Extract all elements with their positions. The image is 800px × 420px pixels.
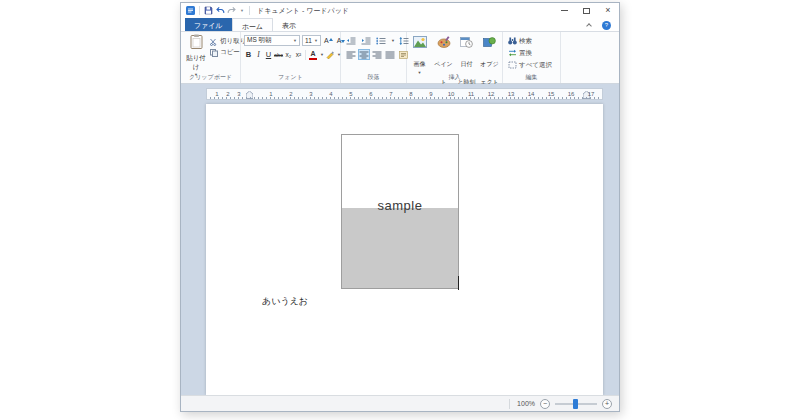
replace-button[interactable]: 置換 [508, 47, 552, 59]
insert-picture-button[interactable]: 画像 ▼ [408, 34, 431, 75]
ruler-tick [214, 97, 215, 99]
ruler-number: 10 [448, 91, 455, 97]
ruler-tick [250, 97, 251, 99]
clipboard-group-label: クリップボード [181, 73, 240, 82]
insert-group-label: 挿入 [407, 73, 502, 82]
image-gray-region [342, 208, 458, 288]
align-right-button[interactable] [371, 49, 383, 60]
save-icon [204, 6, 213, 15]
ruler-number: 3 [237, 91, 240, 97]
list-button[interactable] [375, 35, 387, 46]
ruler-tick [518, 97, 519, 99]
undo-icon [215, 6, 225, 15]
redo-button[interactable] [227, 6, 237, 15]
ruler[interactable]: 1231234567891011121314151617 [206, 88, 603, 100]
help-button[interactable]: ? [602, 21, 611, 30]
zoom-in-button[interactable]: + [602, 399, 612, 409]
chevron-down-icon[interactable]: ▼ [391, 38, 395, 43]
save-button[interactable] [204, 6, 213, 15]
ruler-number: 5 [349, 91, 352, 97]
italic-button[interactable]: I [254, 49, 263, 60]
bold-button[interactable]: B [244, 49, 253, 60]
separator [305, 50, 306, 60]
copy-label: コピー [220, 48, 240, 57]
font-size-combo[interactable]: 11 ▼ [302, 35, 321, 46]
ruler-tick [430, 97, 431, 99]
minimize-icon [561, 10, 568, 11]
close-button[interactable]: × [597, 3, 619, 18]
undo-button[interactable] [215, 6, 225, 15]
decrease-indent-button[interactable] [345, 35, 357, 46]
ruler-tick [450, 97, 451, 99]
ruler-tick [594, 97, 595, 99]
replace-icon [508, 49, 517, 57]
ruler-tick [570, 97, 571, 99]
document-text[interactable]: あいうえお [262, 295, 308, 308]
status-bar: 100% − + [181, 395, 619, 411]
find-label: 検索 [519, 37, 532, 46]
ruler-tick [534, 97, 535, 99]
superscript-button[interactable]: x² [294, 49, 303, 60]
ruler-tick [346, 97, 347, 99]
font-color-button[interactable]: A [308, 50, 318, 60]
maximize-button[interactable] [575, 3, 597, 18]
document-area: 1231234567891011121314151617 sample あいうえ… [181, 84, 619, 395]
zoom-slider-thumb[interactable] [573, 399, 578, 409]
ruler-number: 2 [289, 91, 292, 97]
align-center-button[interactable] [358, 49, 370, 60]
align-left-button[interactable] [345, 49, 357, 60]
indent-icon [361, 37, 371, 45]
find-button[interactable]: 検索 [508, 35, 552, 47]
ruler-tick [558, 97, 559, 99]
tab-home[interactable]: ホーム [232, 18, 273, 31]
justify-button[interactable] [384, 49, 396, 60]
ribbon-collapse-button[interactable] [585, 22, 593, 30]
ruler-tick [426, 97, 427, 99]
ruler-number: 9 [429, 91, 432, 97]
subscript-button[interactable]: x₂ [284, 49, 293, 60]
ruler-tick [402, 97, 403, 99]
grow-font-button[interactable]: A [323, 37, 334, 44]
ruler-tick [438, 97, 439, 99]
paste-label: 貼り付け [184, 54, 208, 72]
minimize-button[interactable] [553, 3, 575, 18]
paste-button[interactable]: 貼り付け ▼ [184, 34, 208, 77]
ruler-number: 1 [215, 91, 218, 97]
ribbon-group-font: MS 明朝 ▼ 11 ▼ A A B I U abc x₂ x² A [241, 32, 341, 83]
ruler-tick [238, 97, 239, 99]
underline-button[interactable]: U [264, 49, 273, 60]
paragraph-group-label: 段落 [341, 73, 406, 82]
ruler-tick [374, 97, 375, 99]
paint-palette-icon [437, 36, 451, 48]
tab-file[interactable]: ファイル [185, 18, 232, 31]
document-page[interactable]: sample あいうえお [206, 104, 603, 395]
inserted-image[interactable]: sample [341, 134, 459, 289]
ruler-tick [414, 97, 415, 99]
text-highlight-button[interactable] [325, 50, 335, 59]
strikethrough-button[interactable]: abc [274, 49, 283, 60]
increase-indent-button[interactable] [360, 35, 372, 46]
ruler-tick [394, 97, 395, 99]
ribbon-group-edit: 検索 置換 すべて選択 編集 [503, 32, 561, 83]
zoom-slider[interactable] [555, 403, 597, 405]
ruler-tick [226, 97, 227, 99]
quick-access-dropdown[interactable]: ▼ [240, 8, 244, 13]
chevron-down-icon[interactable]: ▼ [320, 52, 324, 57]
ruler-number: 16 [568, 91, 575, 97]
ruler-tick [474, 97, 475, 99]
insert-picture-label: 画像 [414, 61, 426, 67]
ruler-tick [218, 97, 219, 99]
wordpad-app-icon[interactable] [186, 6, 195, 15]
ruler-tick [314, 97, 315, 99]
zoom-out-button[interactable]: − [540, 399, 550, 409]
ruler-tick [446, 97, 447, 99]
copy-icon [210, 49, 218, 57]
tab-view[interactable]: 表示 [273, 18, 305, 31]
ruler-tick [274, 97, 275, 99]
select-all-button[interactable]: すべて選択 [508, 59, 552, 71]
ruler-tick [550, 97, 551, 99]
font-family-combo[interactable]: MS 明朝 ▼ [244, 35, 300, 46]
picture-icon [413, 36, 427, 48]
ribbon: 貼り付け ▼ 切り取り コピー クリップボード MS 明朝 ▼ [181, 32, 619, 84]
window-title: ドキュメント - ワードパッド [257, 6, 349, 16]
